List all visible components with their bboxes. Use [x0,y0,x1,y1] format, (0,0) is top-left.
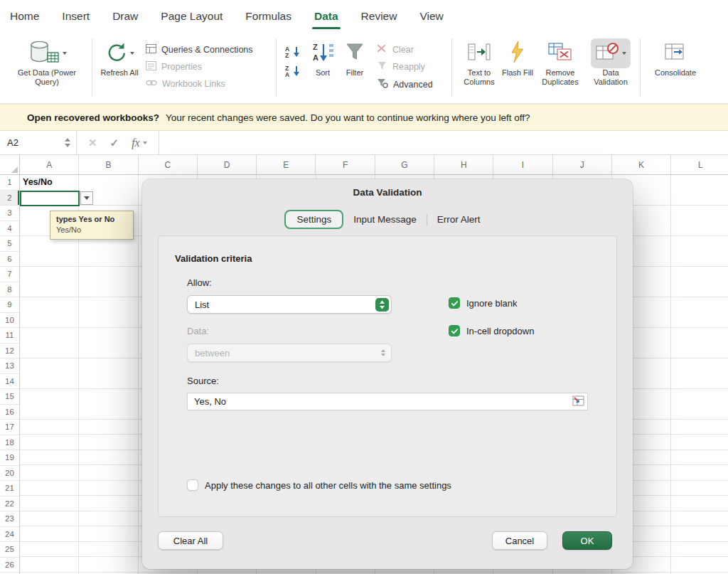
sort-label: Sort [316,68,330,78]
source-input[interactable]: Yes, No [187,393,588,410]
ribbon-tab[interactable]: Page Layout [161,0,223,33]
column-header[interactable]: H [434,155,493,174]
flash-fill-button[interactable]: Flash Fill [501,37,534,78]
ribbon-tab[interactable]: Review [361,0,397,33]
row-header[interactable]: 10 [0,313,19,329]
row-header[interactable]: 21 [0,481,19,496]
clear-filter-button[interactable]: Clear [377,44,446,55]
row-header[interactable]: 4 [0,221,19,237]
in-cell-dropdown-option[interactable]: In-cell dropdown [449,325,534,336]
ribbon-tab[interactable]: Home [10,0,39,33]
recovered-workbooks-banner[interactable]: Open recovered workbooks? Your recent ch… [0,104,728,131]
in-cell-dropdown-button[interactable] [80,191,93,205]
row-header[interactable]: 5 [0,236,19,252]
row-header[interactable]: 3 [0,206,19,221]
column-header[interactable]: G [375,155,434,174]
properties-button[interactable]: Properties [146,61,271,73]
row-header[interactable]: 24 [0,527,19,543]
column-header[interactable]: D [198,155,257,174]
text-to-columns-button[interactable]: Text to Columns [457,37,501,87]
row-header[interactable]: 2 [0,191,19,206]
column-header[interactable]: K [612,155,671,174]
ok-button[interactable]: OK [562,531,612,550]
sort-ascending-button[interactable]: AZ [284,46,304,61]
ribbon-tab[interactable]: View [419,0,443,33]
ribbon-divider [640,38,641,96]
cancel-entry-icon[interactable]: ✕ [88,137,97,149]
allow-label: Allow: [187,277,212,288]
row-headers: 1234567891011121314151617181920212223242… [0,175,20,574]
row-header[interactable]: 26 [0,558,19,573]
row-header[interactable]: 8 [0,282,19,298]
name-box[interactable]: A2 [0,131,77,154]
column-header[interactable]: A [20,155,79,174]
apply-to-all-option[interactable]: Apply these changes to all other cells w… [187,479,451,491]
advanced-filter-button[interactable]: Advanced [377,78,446,90]
row-header[interactable]: 6 [0,252,19,267]
ribbon-divider [92,38,92,96]
column-header[interactable]: B [79,155,138,174]
select-all-corner[interactable] [0,155,20,175]
tab-error-alert[interactable]: Error Alert [427,211,491,228]
row-header[interactable]: 25 [0,542,19,558]
column-header[interactable]: C [139,155,198,174]
ribbon-tab[interactable]: Draw [112,0,138,33]
tab-settings[interactable]: Settings [284,210,343,229]
insert-function-button[interactable]: fx [132,137,147,149]
column-header[interactable]: J [553,155,612,174]
row-header[interactable]: 7 [0,267,19,282]
tab-input-message[interactable]: Input Message [343,211,427,228]
row-header[interactable]: 14 [0,374,19,390]
remove-duplicates-button[interactable]: Remove Duplicates [534,37,587,87]
row-header[interactable]: 9 [0,297,19,313]
column-header[interactable]: L [671,155,728,174]
sort-button[interactable]: ZA Sort [307,37,338,78]
column-header[interactable]: E [257,155,316,174]
row-header[interactable]: 1 [0,175,19,191]
text-to-columns-icon [467,41,491,65]
dropdown-stepper-icon [375,298,389,312]
advanced-filter-icon [377,78,388,90]
row-header[interactable]: 23 [0,511,19,527]
row-header[interactable]: 13 [0,358,19,374]
confirm-entry-icon[interactable]: ✓ [110,137,119,149]
checkbox-checked-icon[interactable] [449,325,460,336]
clear-all-button[interactable]: Clear All [158,531,223,550]
row-header[interactable]: 16 [0,405,19,420]
sort-descending-button[interactable]: ZA [284,65,304,80]
ribbon-tab[interactable]: Insert [62,0,90,33]
checkbox-checked-icon[interactable] [449,297,460,309]
ignore-blank-option[interactable]: Ignore blank [449,297,518,309]
reapply-button[interactable]: Reapply [377,61,446,73]
properties-icon [146,61,156,73]
refresh-all-button[interactable]: Refresh All [97,37,141,78]
row-header[interactable]: 17 [0,420,19,435]
row-header[interactable]: 18 [0,435,19,451]
column-header[interactable]: I [493,155,552,174]
range-selector-icon[interactable] [572,395,584,408]
row-header[interactable]: 15 [0,389,19,405]
workbook-links-button[interactable]: Workbook Links [146,78,271,90]
row-header[interactable]: 11 [0,328,19,344]
workbook-links-label: Workbook Links [162,79,225,89]
get-data-button[interactable]: Get Data (Power Query) [7,37,87,87]
queries-connections-button[interactable]: Queries & Connections [146,44,271,55]
cell-A2-selection[interactable] [20,191,80,207]
row-header[interactable]: 20 [0,466,19,482]
ribbon-tab[interactable]: Formulas [245,0,291,33]
consolidate-button[interactable]: Consolidate [646,37,705,78]
row-header[interactable]: 19 [0,450,19,466]
row-header[interactable]: 12 [0,344,19,359]
checkbox-unchecked-icon[interactable] [187,479,198,491]
column-header[interactable]: F [316,155,375,174]
formula-input[interactable] [159,131,728,154]
allow-dropdown[interactable]: List [187,295,392,314]
data-validation-button[interactable]: Data Validation [587,37,635,87]
row-header[interactable]: 22 [0,496,19,512]
ribbon-tab[interactable]: Data [314,0,338,33]
filter-button[interactable]: Filter [338,37,371,78]
name-box-stepper-icon[interactable] [65,138,76,147]
chevron-down-icon [622,52,626,55]
cancel-button[interactable]: Cancel [492,531,547,550]
cell-A1-value[interactable]: Yes/No [23,175,53,191]
